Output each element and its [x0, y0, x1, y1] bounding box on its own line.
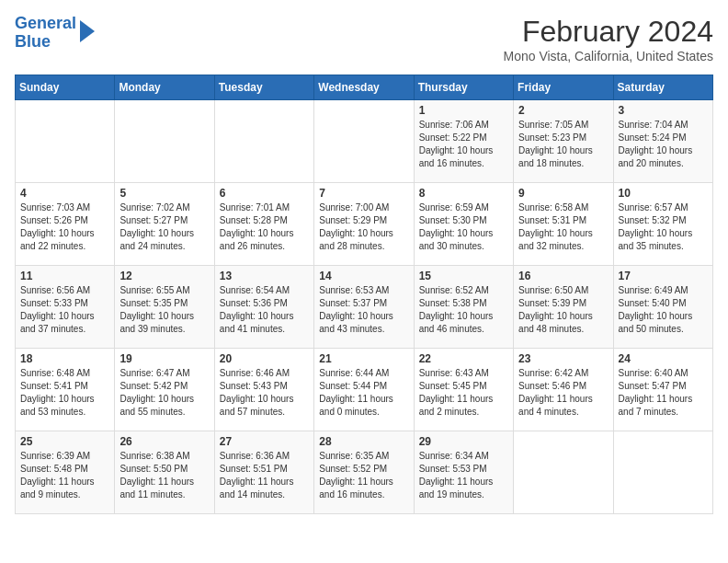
day-number: 7 — [319, 187, 408, 200]
day-number: 27 — [220, 435, 309, 448]
month-title: February 2024 — [503, 15, 713, 49]
day-content: Sunrise: 6:52 AM Sunset: 5:38 PM Dayligh… — [419, 284, 508, 336]
calendar-cell: 25Sunrise: 6:39 AM Sunset: 5:48 PM Dayli… — [16, 431, 115, 514]
title-area: February 2024 Mono Vista, California, Un… — [503, 15, 713, 63]
day-number: 19 — [119, 352, 209, 365]
calendar-cell: 14Sunrise: 6:53 AM Sunset: 5:37 PM Dayli… — [314, 266, 414, 349]
day-number: 28 — [319, 435, 408, 448]
calendar-cell — [514, 431, 613, 514]
calendar-cell: 6Sunrise: 7:01 AM Sunset: 5:28 PM Daylig… — [214, 183, 313, 266]
day-content: Sunrise: 6:47 AM Sunset: 5:42 PM Dayligh… — [119, 367, 209, 419]
calendar-cell: 2Sunrise: 7:05 AM Sunset: 5:23 PM Daylig… — [514, 100, 613, 183]
day-content: Sunrise: 6:43 AM Sunset: 5:45 PM Dayligh… — [419, 367, 508, 419]
day-number: 10 — [619, 187, 708, 200]
calendar-cell — [613, 431, 712, 514]
logo-arrow-icon — [80, 20, 95, 42]
day-header-friday: Friday — [514, 75, 613, 100]
calendar-cell: 17Sunrise: 6:49 AM Sunset: 5:40 PM Dayli… — [613, 266, 712, 349]
day-number: 12 — [119, 270, 209, 282]
calendar-table: SundayMondayTuesdayWednesdayThursdayFrid… — [15, 75, 713, 514]
day-content: Sunrise: 6:46 AM Sunset: 5:43 PM Dayligh… — [220, 367, 309, 419]
calendar-cell: 13Sunrise: 6:54 AM Sunset: 5:36 PM Dayli… — [214, 266, 313, 349]
header: General Blue February 2024 Mono Vista, C… — [15, 15, 713, 63]
day-content: Sunrise: 7:00 AM Sunset: 5:29 PM Dayligh… — [319, 201, 408, 253]
calendar-cell: 27Sunrise: 6:36 AM Sunset: 5:51 PM Dayli… — [214, 431, 313, 514]
day-content: Sunrise: 7:05 AM Sunset: 5:23 PM Dayligh… — [518, 119, 608, 170]
calendar-cell — [314, 100, 414, 183]
day-content: Sunrise: 6:36 AM Sunset: 5:51 PM Dayligh… — [220, 450, 309, 501]
day-content: Sunrise: 7:06 AM Sunset: 5:22 PM Dayligh… — [419, 119, 508, 170]
calendar-cell — [115, 100, 214, 183]
calendar-cell: 21Sunrise: 6:44 AM Sunset: 5:44 PM Dayli… — [314, 349, 414, 431]
calendar-cell: 3Sunrise: 7:04 AM Sunset: 5:24 PM Daylig… — [613, 100, 712, 183]
day-number: 11 — [20, 270, 109, 282]
day-content: Sunrise: 6:53 AM Sunset: 5:37 PM Dayligh… — [319, 284, 408, 336]
day-content: Sunrise: 6:55 AM Sunset: 5:35 PM Dayligh… — [119, 284, 209, 336]
calendar-cell: 16Sunrise: 6:50 AM Sunset: 5:39 PM Dayli… — [514, 266, 613, 349]
day-content: Sunrise: 6:48 AM Sunset: 5:41 PM Dayligh… — [20, 367, 109, 419]
calendar-cell: 7Sunrise: 7:00 AM Sunset: 5:29 PM Daylig… — [314, 183, 414, 266]
day-content: Sunrise: 6:38 AM Sunset: 5:50 PM Dayligh… — [119, 450, 209, 501]
calendar-cell: 18Sunrise: 6:48 AM Sunset: 5:41 PM Dayli… — [16, 349, 115, 431]
day-content: Sunrise: 6:59 AM Sunset: 5:30 PM Dayligh… — [419, 201, 508, 253]
calendar-cell: 4Sunrise: 7:03 AM Sunset: 5:26 PM Daylig… — [16, 183, 115, 266]
day-content: Sunrise: 6:50 AM Sunset: 5:39 PM Dayligh… — [518, 284, 608, 336]
day-number: 1 — [419, 104, 508, 117]
calendar-cell: 10Sunrise: 6:57 AM Sunset: 5:32 PM Dayli… — [613, 183, 712, 266]
day-number: 2 — [518, 104, 608, 117]
day-number: 4 — [20, 187, 109, 200]
day-content: Sunrise: 7:04 AM Sunset: 5:24 PM Dayligh… — [619, 119, 708, 170]
calendar-cell: 28Sunrise: 6:35 AM Sunset: 5:52 PM Dayli… — [314, 431, 414, 514]
calendar-cell — [214, 100, 313, 183]
calendar-cell — [16, 100, 115, 183]
day-content: Sunrise: 6:49 AM Sunset: 5:40 PM Dayligh… — [619, 284, 708, 336]
day-number: 21 — [319, 352, 408, 365]
day-number: 29 — [419, 435, 508, 448]
calendar-cell: 19Sunrise: 6:47 AM Sunset: 5:42 PM Dayli… — [115, 349, 214, 431]
calendar-cell: 29Sunrise: 6:34 AM Sunset: 5:53 PM Dayli… — [414, 431, 513, 514]
day-number: 6 — [220, 187, 309, 200]
calendar-cell: 8Sunrise: 6:59 AM Sunset: 5:30 PM Daylig… — [414, 183, 513, 266]
day-number: 16 — [518, 270, 608, 282]
calendar-cell: 26Sunrise: 6:38 AM Sunset: 5:50 PM Dayli… — [115, 431, 214, 514]
calendar-week-5: 25Sunrise: 6:39 AM Sunset: 5:48 PM Dayli… — [16, 431, 713, 514]
day-number: 23 — [518, 352, 608, 365]
calendar-body: 1Sunrise: 7:06 AM Sunset: 5:22 PM Daylig… — [16, 100, 713, 514]
day-number: 3 — [619, 104, 708, 117]
calendar-cell: 9Sunrise: 6:58 AM Sunset: 5:31 PM Daylig… — [514, 183, 613, 266]
day-content: Sunrise: 6:34 AM Sunset: 5:53 PM Dayligh… — [419, 450, 508, 501]
day-header-wednesday: Wednesday — [314, 75, 414, 100]
day-content: Sunrise: 6:39 AM Sunset: 5:48 PM Dayligh… — [20, 450, 109, 501]
calendar-week-4: 18Sunrise: 6:48 AM Sunset: 5:41 PM Dayli… — [16, 349, 713, 431]
day-content: Sunrise: 6:44 AM Sunset: 5:44 PM Dayligh… — [319, 367, 408, 419]
location: Mono Vista, California, United States — [503, 49, 713, 63]
day-number: 14 — [319, 270, 408, 282]
day-number: 5 — [119, 187, 209, 200]
day-content: Sunrise: 6:35 AM Sunset: 5:52 PM Dayligh… — [319, 450, 408, 501]
day-content: Sunrise: 6:40 AM Sunset: 5:47 PM Dayligh… — [619, 367, 708, 419]
day-header-monday: Monday — [115, 75, 214, 100]
day-number: 15 — [419, 270, 508, 282]
calendar-cell: 1Sunrise: 7:06 AM Sunset: 5:22 PM Daylig… — [414, 100, 513, 183]
calendar-cell: 24Sunrise: 6:40 AM Sunset: 5:47 PM Dayli… — [613, 349, 712, 431]
day-number: 25 — [20, 435, 109, 448]
day-header-saturday: Saturday — [613, 75, 712, 100]
day-content: Sunrise: 6:56 AM Sunset: 5:33 PM Dayligh… — [20, 284, 109, 336]
day-number: 8 — [419, 187, 508, 200]
day-header-sunday: Sunday — [16, 75, 115, 100]
calendar-cell: 11Sunrise: 6:56 AM Sunset: 5:33 PM Dayli… — [16, 266, 115, 349]
day-number: 22 — [419, 352, 508, 365]
day-number: 24 — [619, 352, 708, 365]
day-content: Sunrise: 7:01 AM Sunset: 5:28 PM Dayligh… — [220, 201, 309, 253]
calendar-week-3: 11Sunrise: 6:56 AM Sunset: 5:33 PM Dayli… — [16, 266, 713, 349]
day-number: 17 — [619, 270, 708, 282]
calendar-week-2: 4Sunrise: 7:03 AM Sunset: 5:26 PM Daylig… — [16, 183, 713, 266]
day-number: 9 — [518, 187, 608, 200]
day-content: Sunrise: 6:58 AM Sunset: 5:31 PM Dayligh… — [518, 201, 608, 253]
calendar-cell: 5Sunrise: 7:02 AM Sunset: 5:27 PM Daylig… — [115, 183, 214, 266]
logo-text: General Blue — [15, 15, 76, 52]
day-header-tuesday: Tuesday — [214, 75, 313, 100]
calendar-cell: 22Sunrise: 6:43 AM Sunset: 5:45 PM Dayli… — [414, 349, 513, 431]
day-number: 13 — [220, 270, 309, 282]
logo-blue: Blue — [15, 32, 51, 51]
